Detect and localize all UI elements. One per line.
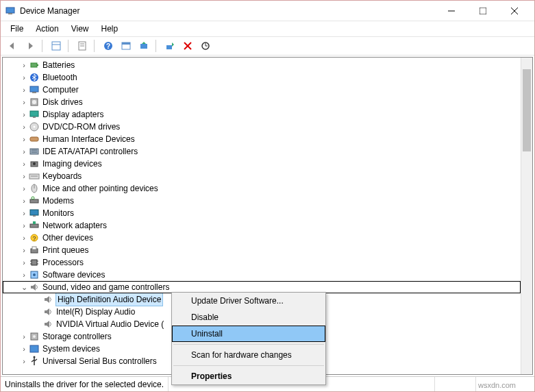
update-driver-button[interactable] (136, 38, 151, 53)
expand-icon[interactable]: › (19, 195, 29, 207)
svg-point-26 (32, 100, 36, 104)
tree-node-label: Human Interface Devices (42, 133, 135, 145)
expand-icon[interactable]: › (19, 256, 29, 269)
uninstall-device-button[interactable] (162, 38, 177, 53)
expand-icon[interactable]: › (19, 84, 29, 96)
tree-node[interactable]: ›IDE ATA/ATAPI controllers (3, 145, 521, 158)
context-menu-item[interactable]: Uninstall (172, 326, 325, 342)
tree-node[interactable]: ›Software devices (3, 269, 521, 281)
expand-icon[interactable]: › (19, 108, 29, 121)
tree-node[interactable]: ›Disk drives (3, 96, 521, 108)
expand-icon[interactable]: › (19, 330, 29, 343)
tree-node-label: Keyboards (42, 170, 82, 182)
toolbar-separator (155, 40, 158, 52)
scan-hardware-button[interactable] (198, 38, 213, 53)
svg-rect-31 (30, 137, 38, 141)
menu-help[interactable]: Help (96, 23, 124, 35)
tree-node[interactable]: ›?Other devices (3, 232, 521, 244)
tree-node[interactable]: ›Display adapters (3, 108, 521, 121)
context-menu-item[interactable]: Update Driver Software... (172, 293, 325, 309)
disk-icon (29, 97, 40, 108)
forward-button[interactable] (23, 38, 38, 53)
tree-node[interactable]: ›Keyboards (3, 170, 521, 182)
menu-file[interactable]: File (5, 23, 29, 35)
svg-rect-44 (33, 215, 36, 217)
expand-icon[interactable]: › (19, 96, 29, 108)
hid-icon (29, 134, 40, 145)
context-menu-item[interactable]: Scan for hardware changes (172, 347, 325, 363)
close-button[interactable] (499, 1, 530, 21)
expand-icon[interactable]: › (19, 343, 29, 355)
tree-node-label: High Definition Audio Device (56, 293, 162, 306)
expand-icon[interactable]: › (19, 244, 29, 256)
tree-node[interactable]: ›Network adapters (3, 219, 521, 232)
expand-icon[interactable]: › (19, 182, 29, 195)
tree-node[interactable]: ›Processors (3, 256, 521, 269)
maximize-button[interactable] (467, 1, 499, 21)
svg-rect-51 (32, 260, 37, 265)
svg-rect-3 (480, 8, 486, 14)
menu-bar: File Action View Help (1, 21, 534, 36)
window-title: Device Manager (20, 6, 79, 16)
tree-node[interactable]: ›Print queues (3, 244, 521, 256)
tree-node-label: Intel(R) Display Audio (56, 306, 135, 318)
show-hide-tree-button[interactable] (49, 38, 64, 53)
menu-view[interactable]: View (66, 23, 95, 35)
context-menu-item[interactable]: Properties (172, 368, 325, 384)
tree-node[interactable]: ›Imaging devices (3, 158, 521, 170)
expand-icon[interactable]: › (19, 133, 29, 145)
tree-node[interactable]: ›Monitors (3, 207, 521, 219)
expand-icon[interactable]: › (19, 145, 29, 158)
tree-node-label: IDE ATA/ATAPI controllers (42, 145, 138, 158)
tree-node[interactable]: ›DVD/CD-ROM drives (3, 121, 521, 133)
properties-button[interactable] (75, 38, 90, 53)
back-button[interactable] (5, 38, 20, 53)
tree-node[interactable]: ›Mice and other pointing devices (3, 182, 521, 195)
tree-node[interactable]: ›Modems (3, 195, 521, 207)
tree-node-label: DVD/CD-ROM drives (42, 121, 120, 133)
minimize-button[interactable] (436, 1, 467, 21)
svg-rect-16 (166, 45, 172, 49)
expand-icon[interactable]: › (19, 170, 29, 182)
svg-rect-27 (30, 111, 38, 117)
tree-node[interactable]: ›Human Interface Devices (3, 133, 521, 145)
tree-node-label: NVIDIA Virtual Audio Device ( (56, 318, 164, 330)
menu-action[interactable]: Action (30, 23, 64, 35)
tree-node-label: Other devices (42, 232, 93, 244)
scrollbar-thumb[interactable] (523, 69, 531, 151)
context-menu-item[interactable]: Disable (172, 309, 325, 326)
expand-icon[interactable]: › (19, 59, 29, 71)
expand-icon[interactable]: › (19, 71, 29, 84)
title-bar: Device Manager (1, 1, 534, 21)
svg-rect-50 (32, 247, 36, 249)
expand-icon[interactable]: › (19, 269, 29, 281)
expand-icon[interactable]: › (19, 121, 29, 133)
svg-rect-14 (122, 42, 130, 45)
tree-node[interactable]: ›Computer (3, 84, 521, 96)
expand-icon[interactable]: › (19, 158, 29, 170)
collapse-icon[interactable]: ⌄ (19, 281, 29, 293)
toolbar-separator (94, 40, 97, 52)
tree-node-label: Display adapters (42, 108, 103, 121)
svg-point-59 (33, 335, 36, 338)
action-button[interactable] (119, 38, 134, 53)
vertical-scrollbar[interactable] (521, 58, 532, 374)
svg-rect-60 (30, 345, 38, 352)
bluetooth-icon (29, 72, 40, 83)
sound-icon (42, 294, 53, 305)
expand-icon[interactable]: › (19, 232, 29, 244)
tree-node[interactable]: ›Bluetooth (3, 71, 521, 84)
other-icon: ? (29, 232, 40, 243)
tree-node[interactable]: ›Batteries (3, 59, 521, 71)
tree-node-label: Disk drives (42, 96, 83, 108)
svg-point-30 (34, 126, 36, 128)
expand-icon[interactable]: › (19, 219, 29, 232)
devmgr-icon (5, 5, 16, 16)
toolbar: ? (1, 36, 534, 56)
monitor-icon (29, 208, 40, 219)
help-button[interactable]: ? (101, 38, 116, 53)
expand-icon[interactable]: › (19, 355, 29, 367)
svg-rect-32 (30, 149, 38, 154)
expand-icon[interactable]: › (19, 207, 29, 219)
disable-device-button[interactable] (180, 38, 195, 53)
